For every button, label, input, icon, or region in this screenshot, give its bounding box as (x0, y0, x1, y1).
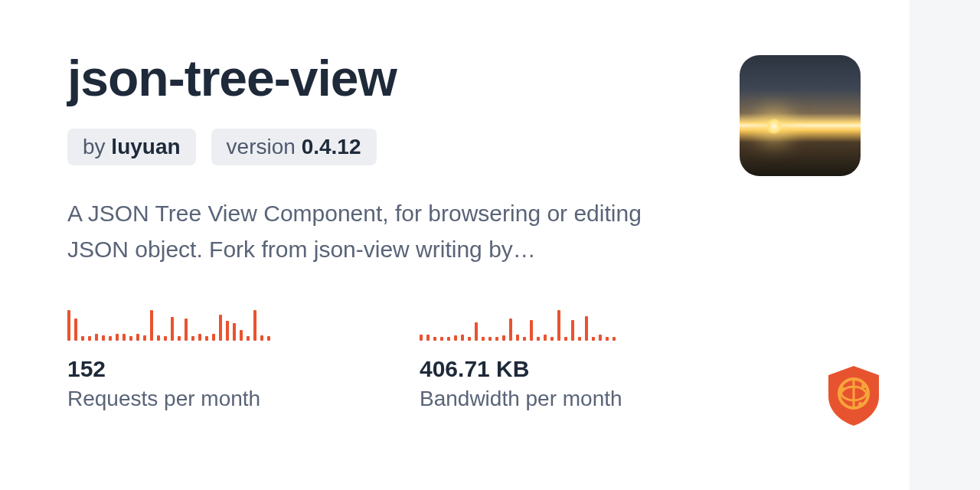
spark-bar (585, 316, 588, 341)
requests-label: Requests per month (67, 387, 420, 411)
spark-bar (468, 337, 471, 341)
package-title: json-tree-view (67, 49, 842, 107)
bandwidth-sparkline (420, 307, 772, 341)
bandwidth-stat: 406.71 KB Bandwidth per month (420, 307, 772, 411)
version-prefix: version (227, 135, 302, 158)
spark-bar (488, 337, 492, 341)
spark-bar (74, 318, 77, 341)
spark-bar (81, 336, 84, 341)
spark-bar (433, 337, 436, 341)
spark-bar (260, 335, 263, 341)
bandwidth-label: Bandwidth per month (420, 387, 772, 411)
spark-bar (578, 337, 581, 341)
requests-sparkline (67, 307, 420, 341)
spark-bar (116, 334, 119, 341)
spark-bar (537, 337, 540, 341)
spark-bar (557, 310, 560, 341)
spark-bar (420, 335, 423, 341)
spark-bar (129, 336, 132, 341)
svg-point-2 (861, 384, 866, 388)
spark-bar (136, 334, 139, 341)
spark-bar (550, 337, 554, 341)
spark-bar (502, 335, 505, 341)
spark-bar (247, 336, 250, 341)
spark-bar (191, 336, 194, 341)
spark-bar (205, 336, 208, 341)
requests-stat: 152 Requests per month (67, 307, 420, 411)
spark-bar (267, 336, 270, 341)
spark-bar (67, 310, 70, 341)
spark-bar (564, 337, 567, 341)
spark-bar (454, 335, 457, 341)
author-badge[interactable]: by luyuan (67, 129, 196, 165)
package-description: A JSON Tree View Component, for browseri… (67, 196, 695, 267)
bandwidth-value: 406.71 KB (420, 356, 772, 382)
stats-row: 152 Requests per month 406.71 KB Bandwid… (67, 307, 842, 411)
svg-point-1 (840, 387, 844, 391)
spark-bar (109, 336, 112, 341)
spark-bar (178, 336, 181, 341)
spark-bar (426, 335, 430, 341)
spark-bar (516, 335, 519, 341)
spark-bar (164, 336, 167, 341)
version-badge[interactable]: version 0.4.12 (211, 129, 377, 165)
spark-bar (447, 337, 450, 341)
spark-bar (571, 320, 574, 341)
package-card: json-tree-view by luyuan version 0.4.12 … (0, 0, 910, 490)
spark-bar (530, 320, 533, 341)
version-value: 0.4.12 (302, 135, 361, 158)
spark-bar (185, 318, 188, 341)
spark-bar (102, 335, 105, 341)
badge-row: by luyuan version 0.4.12 (67, 129, 842, 165)
spark-bar (143, 335, 146, 341)
spark-bar (606, 337, 609, 341)
spark-bar (150, 310, 153, 341)
spark-bar (219, 315, 222, 341)
spark-bar (240, 330, 243, 341)
spark-bar (171, 317, 174, 341)
spark-bar (461, 335, 464, 341)
jsdelivr-shield-icon (825, 364, 882, 427)
spark-bar (482, 337, 485, 341)
author-name: luyuan (111, 135, 180, 158)
spark-bar (157, 335, 160, 341)
spark-bar (523, 337, 526, 341)
spark-bar (475, 322, 478, 341)
spark-bar (612, 337, 616, 341)
author-avatar[interactable] (740, 55, 861, 176)
spark-bar (212, 334, 215, 341)
spark-bar (509, 318, 512, 341)
spark-bar (233, 323, 236, 341)
spark-bar (440, 337, 443, 341)
spark-bar (198, 334, 201, 341)
spark-bar (226, 321, 229, 341)
spark-bar (495, 337, 498, 341)
requests-value: 152 (67, 356, 420, 382)
spark-bar (544, 335, 547, 341)
spark-bar (95, 334, 98, 341)
author-prefix: by (83, 135, 111, 158)
spark-bar (253, 310, 256, 341)
spark-bar (122, 334, 126, 341)
spark-bar (599, 335, 602, 341)
svg-point-3 (858, 402, 863, 407)
spark-bar (592, 337, 595, 341)
spark-bar (88, 336, 91, 341)
